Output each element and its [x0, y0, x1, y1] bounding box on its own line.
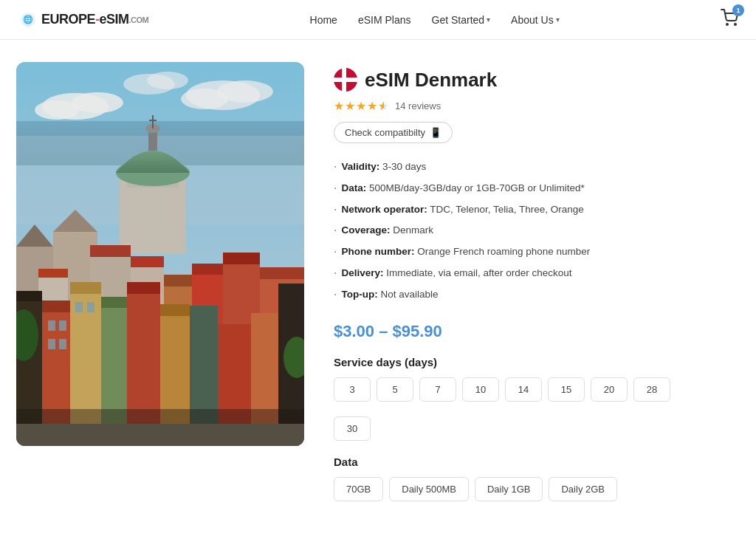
main-content: eSIM Denmark ★★★★★★ 14 reviews Check com… — [1, 40, 755, 523]
service-day-5[interactable]: 5 — [377, 377, 413, 402]
data-options: 70GB Daily 500MB Daily 1GB Daily 2GB — [334, 477, 740, 501]
reviews-count: 14 reviews — [395, 100, 441, 111]
nav-about-us[interactable]: About Us ▾ — [511, 14, 560, 26]
data-section-label: Data — [334, 456, 740, 468]
spec-validity: · Validity: 3-30 days — [334, 157, 740, 178]
spec-coverage: · Coverage: Denmark — [334, 220, 740, 241]
service-days-options-row2: 30 — [334, 416, 740, 441]
spec-delivery: · Delivery: Immediate, via email, after … — [334, 263, 740, 284]
service-day-30[interactable]: 30 — [334, 416, 371, 441]
bullet-icon: · — [334, 223, 337, 238]
phone-icon: 📱 — [430, 127, 441, 138]
main-nav: Home eSIM Plans Get Started ▾ About Us ▾ — [310, 14, 560, 26]
svg-point-2 — [726, 24, 728, 25]
bullet-icon: · — [334, 181, 337, 196]
data-daily-2gb[interactable]: Daily 2GB — [549, 477, 617, 501]
price-range: $3.00 – $95.90 — [334, 322, 740, 341]
nav-home[interactable]: Home — [310, 14, 337, 26]
site-header: 🌐 EUROPE-eSIM.COM Home eSIM Plans Get St… — [0, 0, 756, 40]
spec-data: · Data: 500MB/day-3GB/day or 1GB-70GB or… — [334, 178, 740, 199]
chevron-down-icon: ▾ — [556, 16, 560, 24]
chevron-down-icon: ▾ — [487, 16, 490, 24]
specs-list: · Validity: 3-30 days · Data: 500MB/day-… — [334, 157, 740, 306]
bullet-icon: · — [334, 159, 337, 175]
logo-text-com: .COM — [129, 16, 149, 24]
logo-text-esim: eSIM — [100, 12, 129, 27]
data-70gb[interactable]: 70GB — [334, 477, 383, 501]
service-day-15[interactable]: 15 — [548, 377, 585, 402]
cart-count-badge: 1 — [732, 4, 744, 16]
service-day-10[interactable]: 10 — [462, 377, 499, 402]
check-compatibility-button[interactable]: Check compatibilty 📱 — [334, 122, 453, 143]
product-details: eSIM Denmark ★★★★★★ 14 reviews Check com… — [334, 62, 740, 501]
spec-topup: · Top-up: Not available — [334, 284, 740, 306]
bullet-icon: · — [334, 287, 337, 303]
product-image — [16, 62, 304, 446]
spec-network: · Network operator: TDC, Telenor, Telia,… — [334, 199, 740, 221]
bullet-icon: · — [334, 266, 337, 281]
product-title: eSIM Denmark — [334, 68, 740, 92]
service-day-20[interactable]: 20 — [591, 377, 628, 402]
svg-point-3 — [735, 24, 736, 25]
service-day-7[interactable]: 7 — [419, 377, 456, 402]
star-rating: ★★★★★★ — [334, 99, 389, 113]
data-daily-1gb[interactable]: Daily 1GB — [475, 477, 543, 501]
rating-row: ★★★★★★ 14 reviews — [334, 99, 740, 113]
svg-rect-67 — [16, 62, 304, 446]
service-day-3[interactable]: 3 — [334, 377, 371, 402]
service-day-14[interactable]: 14 — [505, 377, 542, 402]
nav-get-started[interactable]: Get Started ▾ — [432, 14, 491, 26]
data-daily-500mb[interactable]: Daily 500MB — [389, 477, 469, 501]
service-day-28[interactable]: 28 — [633, 377, 670, 402]
service-days-options: 3 5 7 10 14 15 20 28 — [334, 377, 740, 402]
bullet-icon: · — [334, 202, 337, 218]
svg-text:🌐: 🌐 — [23, 14, 33, 24]
service-days-label: Service days (days) — [334, 356, 740, 368]
spec-phone: · Phone number: Orange French roaming ph… — [334, 241, 740, 263]
nav-esim-plans[interactable]: eSIM Plans — [358, 14, 411, 26]
product-name: eSIM Denmark — [365, 69, 497, 92]
site-logo[interactable]: 🌐 EUROPE-eSIM.COM — [18, 12, 148, 28]
denmark-flag-icon — [334, 68, 357, 92]
bullet-icon: · — [334, 244, 337, 260]
svg-rect-70 — [342, 68, 346, 92]
product-image-container — [16, 62, 304, 501]
logo-text-europe: EUROPE — [41, 12, 95, 27]
cart-button[interactable]: 1 — [721, 9, 738, 30]
